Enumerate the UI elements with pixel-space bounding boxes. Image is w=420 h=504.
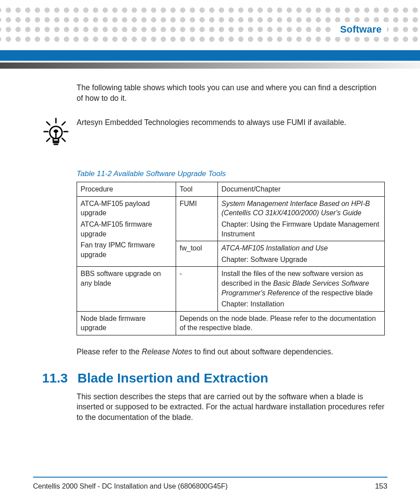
header-blue-bar	[0, 50, 420, 61]
footer: Centellis 2000 Shelf - DC Installation a…	[33, 482, 387, 491]
th-tool: Tool	[176, 182, 218, 197]
tip-text: Artesyn Embedded Technologies recommends…	[77, 117, 346, 128]
cell-tool-fwtool: fw_tool	[176, 241, 218, 267]
cell-procedure-group1: ATCA-MF105 payload upgrade ATCA-MF105 fi…	[77, 196, 176, 267]
section-heading: 11.3 Blade Insertion and Extraction	[77, 371, 385, 386]
lightbulb-icon	[42, 117, 70, 149]
page-container: Software The following table shows which…	[0, 0, 420, 504]
section-number: 11.3	[37, 371, 68, 386]
table-row: ATCA-MF105 payload upgrade ATCA-MF105 fi…	[77, 196, 385, 241]
body-content: The following table shows which tools yo…	[77, 83, 385, 430]
cell-procedure-bbs: BBS software upgrade on any blade	[77, 267, 176, 311]
svg-line-5	[62, 122, 65, 125]
cell-tool-fumi: FUMI	[176, 196, 218, 241]
chapter-title: Software	[340, 24, 382, 35]
cell-doc-fumi: System Management Interface Based on HPI…	[218, 196, 385, 241]
table-row: BBS software upgrade on any blade - Inst…	[77, 267, 385, 311]
section-title: Blade Insertion and Extraction	[77, 371, 268, 386]
svg-line-4	[47, 122, 50, 125]
footer-page-number: 153	[375, 482, 387, 491]
footer-rule	[33, 477, 387, 478]
cell-doc-fwtool: ATCA-MF105 Installation and Use Chapter:…	[218, 241, 385, 267]
table-header-row: Procedure Tool Document/Chapter	[77, 182, 385, 197]
svg-line-8	[47, 138, 50, 141]
table-caption: Table 11-2 Available Software Upgrade To…	[77, 169, 385, 178]
cell-doc-nodeblade-merged: Depends on the node blade. Please refer …	[176, 311, 385, 335]
svg-line-9	[62, 138, 65, 141]
header-gradient-strip	[0, 63, 420, 69]
cell-tool-none: -	[176, 267, 218, 311]
tip-block: Artesyn Embedded Technologies recommends…	[77, 117, 385, 149]
table-row: Node blade firmware upgrade Depends on t…	[77, 311, 385, 335]
th-procedure: Procedure	[77, 182, 176, 197]
header-title-box: Software	[335, 22, 387, 37]
intro-paragraph: The following table shows which tools yo…	[77, 83, 385, 103]
cell-procedure-nodeblade: Node blade firmware upgrade	[77, 311, 176, 335]
cell-doc-bbs: Install the files of the new software ve…	[218, 267, 385, 311]
upgrade-tools-table: Procedure Tool Document/Chapter ATCA-MF1…	[77, 182, 385, 335]
footer-doc-title: Centellis 2000 Shelf - DC Installation a…	[33, 482, 228, 490]
th-doc: Document/Chapter	[218, 182, 385, 197]
section-body: This section describes the steps that ar…	[77, 392, 385, 423]
post-table-paragraph: Please refer to the Release Notes to fin…	[77, 347, 385, 357]
